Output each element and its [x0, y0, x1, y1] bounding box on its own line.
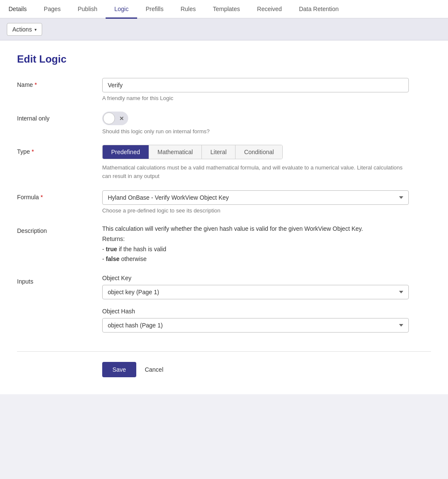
internal-only-field: ✕ Should this logic only run on internal… [102, 112, 431, 135]
type-btn-literal[interactable]: Literal [202, 145, 235, 159]
formula-select[interactable]: Hyland OnBase - Verify WorkView Object K… [102, 190, 409, 205]
type-btn-predefined[interactable]: Predefined [103, 145, 149, 159]
internal-only-row: Internal only ✕ Should this logic only r… [17, 112, 431, 135]
cancel-button[interactable]: Cancel [141, 362, 167, 377]
nav-item-data-retention[interactable]: Data Retention [290, 0, 347, 19]
type-btn-conditional[interactable]: Conditional [235, 145, 282, 159]
actions-bar: Actions ▾ [0, 19, 448, 40]
page-title: Edit Logic [17, 53, 431, 65]
formula-row: Formula * Hyland OnBase - Verify WorkVie… [17, 190, 431, 214]
type-field: Predefined Mathematical Literal Conditio… [102, 145, 431, 180]
internal-only-label: Internal only [17, 112, 102, 122]
nav-item-details[interactable]: Details [0, 0, 35, 19]
nav-item-received[interactable]: Received [249, 0, 290, 19]
description-true-key: true [106, 246, 117, 252]
formula-field: Hyland OnBase - Verify WorkView Object K… [102, 190, 431, 214]
nav-item-templates[interactable]: Templates [204, 0, 249, 19]
nav-item-pages[interactable]: Pages [35, 0, 69, 19]
inputs-field: Object Key object key (Page 1) Object Ha… [102, 275, 431, 341]
name-row: Name * A friendly name for this Logic [17, 78, 431, 101]
description-text: This calculation will verify whether the… [102, 224, 431, 264]
form-actions: Save Cancel [17, 362, 431, 377]
type-button-group: Predefined Mathematical Literal Conditio… [102, 145, 283, 159]
description-row: Description This calculation will verify… [17, 224, 431, 264]
name-label: Name * [17, 78, 102, 88]
inputs-label: Inputs [17, 275, 102, 285]
type-btn-mathematical[interactable]: Mathematical [149, 145, 202, 159]
nav-item-publish[interactable]: Publish [69, 0, 106, 19]
object-key-select[interactable]: object key (Page 1) [102, 285, 409, 299]
object-hash-label: Object Hash [102, 308, 431, 315]
formula-required-marker: * [40, 194, 43, 201]
internal-only-hint: Should this logic only run on internal f… [102, 128, 431, 135]
form-divider [17, 351, 431, 352]
name-required-marker: * [34, 81, 37, 88]
name-input[interactable] [102, 78, 409, 92]
description-label: Description [17, 224, 102, 234]
object-key-label: Object Key [102, 275, 431, 281]
top-nav: Details Pages Publish Logic Prefills Rul… [0, 0, 448, 19]
object-hash-select[interactable]: object hash (Page 1) [102, 318, 409, 333]
formula-label: Formula * [17, 190, 102, 201]
chevron-down-icon: ▾ [34, 27, 37, 32]
actions-label: Actions [12, 26, 32, 33]
internal-only-toggle[interactable]: ✕ [102, 112, 128, 125]
object-key-group: Object Key object key (Page 1) [102, 275, 431, 299]
formula-hint: Choose a pre-defined logic to see its de… [102, 207, 431, 214]
name-hint: A friendly name for this Logic [102, 95, 431, 101]
type-description: Mathematical calculations must be a vali… [102, 163, 409, 180]
type-row: Type * Predefined Mathematical Literal C… [17, 145, 431, 180]
object-hash-group: Object Hash object hash (Page 1) [102, 308, 431, 333]
save-button[interactable]: Save [102, 362, 136, 377]
inputs-row: Inputs Object Key object key (Page 1) Ob… [17, 275, 431, 341]
type-required-marker: * [32, 148, 34, 155]
description-field: This calculation will verify whether the… [102, 224, 431, 264]
nav-item-logic[interactable]: Logic [106, 0, 137, 19]
actions-button[interactable]: Actions ▾ [7, 23, 42, 36]
name-field-container: A friendly name for this Logic [102, 78, 431, 101]
toggle-x-icon: ✕ [116, 115, 127, 122]
type-label: Type * [17, 145, 102, 155]
toggle-circle [103, 112, 115, 124]
nav-item-rules[interactable]: Rules [172, 0, 204, 19]
description-false-key: false [106, 255, 120, 262]
main-content: Edit Logic Name * A friendly name for th… [0, 40, 448, 394]
nav-item-prefills[interactable]: Prefills [137, 0, 172, 19]
